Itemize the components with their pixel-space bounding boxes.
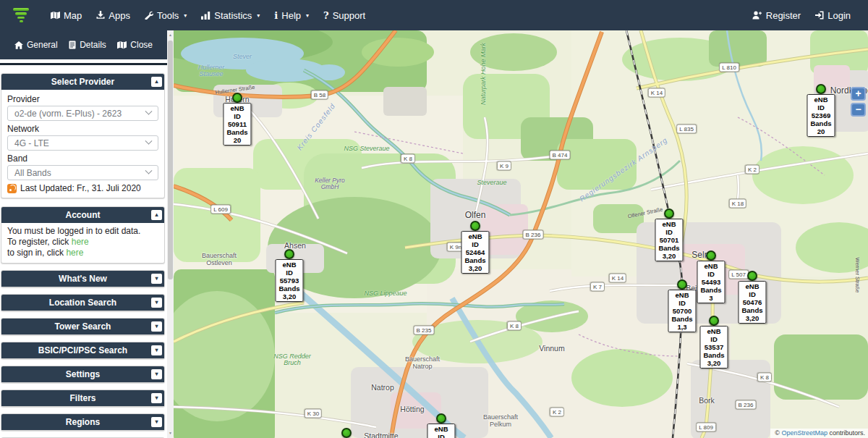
nav-tools-label: Tools [157, 10, 179, 21]
chevron-down-icon [145, 167, 153, 174]
collapse-down-icon[interactable]: ▾ [151, 417, 162, 427]
scrollbar-thumb[interactable] [168, 41, 173, 279]
tower-enb-id: eNB ID 50476 [741, 282, 762, 306]
collapse-down-icon[interactable]: ▾ [151, 298, 162, 308]
panel-settings: Settings ▾ [1, 366, 165, 383]
tower-label[interactable]: eNB ID 50700Bands 1,3 [668, 290, 696, 332]
collapse-up-icon[interactable]: ▴ [151, 77, 162, 87]
register-here-link[interactable]: here [72, 237, 89, 247]
nav-map[interactable]: Map [51, 10, 82, 21]
map-icon [51, 11, 60, 20]
tower-enb-id: eNB ID 52464 [464, 232, 485, 256]
panel-regions-header[interactable]: Regions ▾ [1, 414, 164, 430]
account-line3: to sign in, click here [7, 248, 158, 258]
nav-support[interactable]: ? Support [323, 10, 365, 21]
panel-title: What's New [59, 274, 107, 284]
panel-title: Location Search [49, 298, 116, 308]
panel-whats-new-header[interactable]: What's New ▾ [1, 271, 164, 287]
panel-bsic-pci-psc-search-header[interactable]: BSIC/PCI/PSC Search ▾ [1, 342, 164, 358]
tab-close[interactable]: Close [117, 40, 153, 50]
tower-label[interactable]: eNB ID 50911Bands 20 [223, 103, 251, 146]
tab-details[interactable]: Details [69, 40, 106, 50]
signin-here-link[interactable]: here [66, 248, 83, 258]
tower-dot-icon[interactable] [232, 93, 242, 103]
sidebar: General Details Close Select Provider ▴ … [0, 30, 167, 438]
last-updated-text: Last Updated: Fr., 31. Juli 2020 [20, 183, 141, 193]
panel-location-search: Location Search ▾ [1, 294, 165, 311]
provider-select[interactable]: o2-de (vorm. E-Plus) - 2623 [7, 106, 158, 121]
tower-dot-icon[interactable] [341, 428, 352, 438]
network-select[interactable]: 4G - LTE [7, 135, 158, 151]
tower-dot-icon[interactable] [706, 250, 716, 261]
collapse-down-icon[interactable]: ▾ [151, 369, 162, 379]
nav-map-label: Map [64, 10, 82, 21]
nav-help[interactable]: i Help ▾ [274, 10, 309, 21]
collapse-down-icon[interactable]: ▾ [151, 321, 162, 332]
navbar-right: Register Login [745, 10, 868, 21]
tower-dot-icon[interactable] [284, 249, 294, 259]
sidebar-tabbar: General Details Close [0, 30, 167, 59]
panel-select-provider-header[interactable]: Select Provider ▴ [1, 74, 164, 90]
zoom-in-button[interactable]: + [851, 87, 866, 101]
collapse-up-icon[interactable]: ▴ [151, 210, 162, 220]
tower-dot-icon[interactable] [436, 413, 446, 424]
tower-label[interactable]: eNB ID 50701Bands 3,20 [655, 219, 683, 261]
nav-register[interactable]: Register [752, 10, 801, 21]
nav-statistics[interactable]: Statistics ▾ [201, 10, 260, 21]
scroll-up-icon[interactable]: ▲ [167, 30, 174, 40]
panel-tower-search: Tower Search ▾ [1, 318, 165, 335]
tower-dot-icon[interactable] [664, 209, 674, 219]
tower-label[interactable]: eNB ID 55808Bands 3 [427, 424, 455, 438]
nav-login[interactable]: Login [815, 10, 851, 21]
tower-dot-icon[interactable] [677, 279, 687, 290]
tower-label[interactable]: eNB ID 53537Bands 3,20 [699, 326, 728, 368]
openstreetmap-link[interactable]: OpenStreetMap [781, 429, 827, 437]
panel-account: Account ▴ You must be logged in to edit … [1, 206, 165, 264]
signal-logo-icon[interactable] [10, 5, 32, 25]
tower-dot-icon[interactable] [747, 271, 757, 281]
tower-dot-icon[interactable] [470, 221, 480, 231]
map-canvas[interactable]: Olfen Selm Nordkirchen Ahsen Hullern Vin… [174, 30, 868, 438]
chevron-down-icon [145, 138, 153, 145]
panel-title: Regions [66, 417, 100, 427]
tower-bands: Bands 3,20 [464, 256, 485, 272]
panel-account-header[interactable]: Account ▴ [1, 207, 164, 223]
sidebar-scrollbar[interactable]: ▲ ▼ [167, 30, 174, 438]
nav-statistics-label: Statistics [214, 10, 252, 21]
network-select-value: 4G - LTE [14, 138, 49, 148]
tab-general[interactable]: General [14, 40, 58, 50]
zoom-out-button[interactable]: − [851, 103, 866, 117]
network-label: Network [7, 124, 158, 134]
nav-apps[interactable]: Apps [96, 10, 130, 21]
band-select[interactable]: All Bands [7, 165, 158, 180]
tower-label[interactable]: eNB ID 55793Bands 3,20 [275, 259, 303, 302]
caret-down-icon: ▾ [184, 12, 187, 19]
tower-label[interactable]: eNB ID 50476Bands 3,20 [738, 281, 766, 324]
document-icon [69, 41, 76, 49]
account-line2: To register, click here [7, 237, 158, 248]
rss-icon[interactable] [7, 184, 17, 193]
collapse-down-icon[interactable]: ▾ [151, 274, 162, 284]
panel-location-search-header[interactable]: Location Search ▾ [1, 295, 164, 311]
nav-apps-label: Apps [109, 10, 130, 21]
tower-dot-icon[interactable] [816, 84, 826, 94]
collapse-down-icon[interactable]: ▾ [151, 345, 162, 355]
panel-title: Settings [66, 369, 100, 379]
last-updated-row: Last Updated: Fr., 31. Juli 2020 [7, 183, 158, 193]
collapse-down-icon[interactable]: ▾ [151, 393, 162, 403]
panel-title: Select Provider [51, 77, 114, 87]
panel-settings-header[interactable]: Settings ▾ [1, 366, 164, 382]
tower-label[interactable]: eNB ID 52369Bands 20 [807, 94, 835, 137]
tower-enb-id: eNB ID 54493 [700, 262, 721, 286]
panel-filters-header[interactable]: Filters ▾ [1, 390, 164, 406]
scroll-down-icon[interactable]: ▼ [167, 429, 174, 438]
panel-filters: Filters ▾ [1, 389, 165, 407]
nav-tools[interactable]: Tools ▾ [145, 10, 187, 21]
tower-label[interactable]: eNB ID 52464Bands 3,20 [461, 231, 489, 274]
tower-dot-icon[interactable] [709, 316, 719, 326]
panel-tower-search-header[interactable]: Tower Search ▾ [1, 319, 164, 334]
tower-label[interactable]: eNB ID 54493Bands 3 [697, 261, 725, 303]
tower-enb-id: eNB ID 50911 [226, 104, 247, 128]
account-line1: You must be logged in to edit data. [7, 226, 158, 237]
tower-bands: Bands 3 [700, 286, 721, 302]
